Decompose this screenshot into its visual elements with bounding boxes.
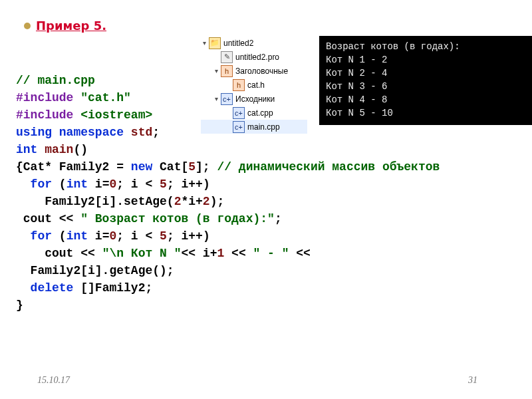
code-keyword: int [66,178,88,191]
code-text: } [16,299,23,312]
code-string: " Возраст котов (в годах):" [80,212,275,225]
code-keyword: for [16,178,52,191]
code-keyword: for [16,229,52,243]
file-icon: ✎ [221,51,233,63]
code-ident: std [124,126,152,139]
code-keyword: new [131,160,152,174]
code-text: ]; [196,160,217,174]
code-text: []Family2; [73,281,152,295]
code-block: // main.cpp #include "cat.h" #include <i… [16,72,440,314]
code-number: 1 [217,247,224,260]
code-text: << i+ [181,247,217,260]
code-text: i= [88,178,109,191]
code-keyword: namespace [52,126,124,139]
code-keyword: delete [16,281,73,295]
code-string: " - " [253,247,289,260]
code-keyword: #include [16,108,73,122]
code-string: "\n Кот N " [102,247,182,260]
code-string: <iostream> [73,108,152,122]
code-text: ; i++) [167,178,210,191]
code-text: *i+ [181,195,202,208]
code-number: 5 [160,229,167,243]
code-number: 2 [203,195,210,208]
code-number: 2 [174,195,182,208]
code-text: Family2[i].getAge(); [16,264,174,277]
code-text: ; [275,212,282,225]
code-text: << [224,247,253,260]
code-comment: // динамический массив объектов [217,160,440,174]
code-text: ; i < [116,178,160,191]
code-ident: main [37,143,73,156]
tree-label: untitled2 [223,39,253,48]
slide-title: Пример 5. [36,19,106,33]
code-text: ( [52,229,66,243]
code-number: 0 [109,178,116,191]
code-text: i= [88,229,109,243]
footer-page: 31 [468,375,477,386]
code-keyword: int [16,143,37,156]
tree-pro[interactable]: ✎ untitled2.pro [201,50,307,64]
code-text: Family2[i].setAge( [16,195,174,208]
code-number: 0 [109,229,116,243]
code-number: 5 [160,178,167,191]
code-keyword: #include [16,91,73,104]
code-string: "cat.h" [73,91,130,104]
code-text: () [73,143,88,156]
code-text: cout << [16,212,80,225]
code-text: << [289,247,311,260]
code-text: Cat[ [152,160,188,174]
code-text: ; [152,126,160,139]
code-text: ); [210,195,225,208]
code-keyword: int [66,229,88,243]
code-number: 5 [188,160,196,174]
tree-root[interactable]: ▾ 📁 untitled2 [201,36,307,50]
code-keyword: using [16,126,52,139]
twisty-icon[interactable]: ▾ [201,39,207,47]
folder-icon: 📁 [209,37,221,49]
code-text: cout << [16,247,102,260]
tree-label: untitled2.pro [235,53,279,62]
code-text: ; i++) [167,229,210,243]
slide: Пример 5. ▾ 📁 untitled2 ✎ untitled2.pro … [0,0,532,399]
code-comment: // main.cpp [16,74,95,87]
code-text: ( [52,178,66,191]
code-text: {Cat* Family2 = [16,160,131,174]
bullet-icon [24,23,31,29]
footer-date: 15.10.17 [37,375,70,386]
code-text: ; i < [116,229,160,243]
title-row: Пример 5. [24,19,106,33]
